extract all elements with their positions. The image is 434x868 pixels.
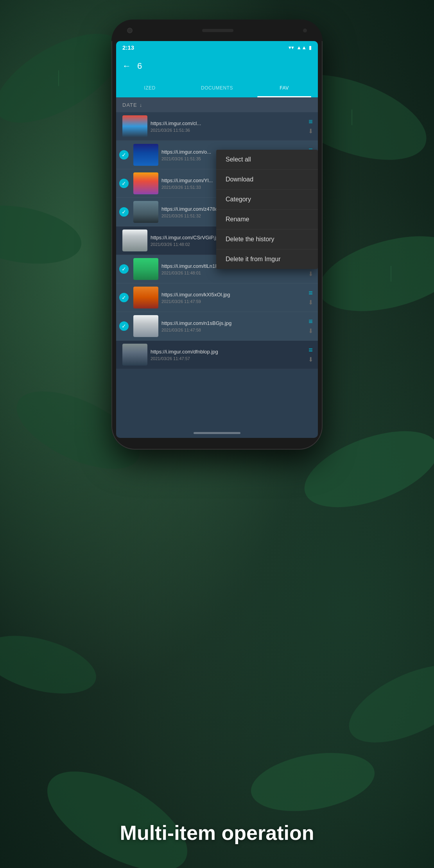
check-circle: ✓ bbox=[119, 264, 129, 274]
thumbnail-image bbox=[133, 315, 158, 337]
signal-icon: ▲▲ bbox=[296, 45, 307, 50]
file-thumbnail bbox=[122, 344, 147, 366]
file-thumbnail bbox=[122, 230, 147, 251]
sort-arrow: ↓ bbox=[140, 102, 143, 108]
thumbnail-image bbox=[122, 344, 147, 366]
menu-item-rename[interactable]: Rename bbox=[216, 210, 318, 230]
menu-item-delete-imgur[interactable]: Delete it from Imgur bbox=[216, 249, 318, 269]
checkmark-icon: ✓ bbox=[122, 266, 126, 272]
menu-icon[interactable]: ≡ bbox=[308, 317, 313, 326]
menu-item-delete-history[interactable]: Delete the history bbox=[216, 230, 318, 249]
phone-top-bar bbox=[111, 20, 323, 41]
svg-point-9 bbox=[246, 744, 379, 820]
svg-point-2 bbox=[0, 197, 86, 272]
tab-categorized[interactable]: IZED bbox=[116, 79, 183, 97]
file-item[interactable]: https://i.imgur.com/bbECEVA.jpg 2021/03/… bbox=[116, 369, 318, 370]
check-circle: ✓ bbox=[119, 179, 129, 188]
phone-sensor bbox=[303, 29, 307, 32]
file-actions: ≡ ⬇ bbox=[308, 317, 313, 335]
thumbnail-image bbox=[133, 287, 158, 308]
app-header: ← 6 bbox=[116, 54, 318, 79]
bottom-caption: Multi-item operation bbox=[0, 821, 434, 845]
status-time: 2:13 bbox=[122, 44, 134, 51]
menu-icon[interactable]: ≡ bbox=[308, 289, 313, 297]
file-info: https://i.imgur.com/kXI5xOl.jpg 2021/03/… bbox=[158, 292, 308, 304]
file-actions: ≡ ⬇ bbox=[308, 118, 313, 135]
tab-bar: IZED DOCUMENTS FAV bbox=[116, 79, 318, 97]
status-icons: ▾▾ ▲▲ ▮ bbox=[289, 45, 312, 50]
checkmark-icon: ✓ bbox=[122, 209, 126, 215]
battery-icon: ▮ bbox=[309, 45, 312, 50]
file-url: https://i.imgur.com/n1sBGjs.jpg bbox=[161, 320, 305, 326]
sort-button[interactable]: DATE ↓ bbox=[122, 102, 142, 108]
file-thumbnail bbox=[122, 115, 147, 137]
file-item[interactable]: https://i.imgur.com/dfnblop.jpg 2021/03/… bbox=[116, 341, 318, 369]
menu-item-select-all[interactable]: Select all bbox=[216, 150, 318, 170]
download-icon[interactable]: ⬇ bbox=[308, 299, 313, 306]
status-bar: 2:13 ▾▾ ▲▲ ▮ bbox=[116, 41, 318, 54]
menu-item-download[interactable]: Download bbox=[216, 170, 318, 190]
file-url: https://i.imgur.com/dfnblop.jpg bbox=[151, 349, 305, 355]
file-item[interactable]: https://i.imgur.com/cl... 2021/03/26 11:… bbox=[116, 112, 318, 141]
file-date: 2021/03/26 11:47:58 bbox=[161, 328, 305, 332]
file-item[interactable]: ✓ https://i.imgur.com/n1sBGjs.jpg 2021/0… bbox=[116, 312, 318, 341]
check-circle: ✓ bbox=[119, 321, 129, 331]
svg-point-3 bbox=[310, 222, 434, 325]
checkmark-icon: ✓ bbox=[122, 295, 126, 300]
selection-count: 6 bbox=[137, 61, 142, 71]
file-url: https://i.imgur.com/cl... bbox=[151, 120, 305, 126]
file-actions: ≡ ⬇ bbox=[308, 346, 313, 363]
svg-point-7 bbox=[338, 649, 434, 759]
phone-frame: 2:13 ▾▾ ▲▲ ▮ ← 6 IZED DOCUMENTS FAV bbox=[111, 20, 323, 450]
check-circle: ✓ bbox=[119, 150, 129, 160]
home-indicator bbox=[194, 432, 240, 434]
file-thumbnail bbox=[133, 287, 158, 308]
svg-point-8 bbox=[32, 751, 203, 868]
thumbnail-image bbox=[133, 144, 158, 166]
file-info: https://i.imgur.com/dfnblop.jpg 2021/03/… bbox=[147, 349, 308, 361]
svg-point-6 bbox=[0, 625, 102, 704]
caption-text: Multi-item operation bbox=[120, 821, 314, 844]
file-thumbnail bbox=[133, 144, 158, 166]
thumbnail-image bbox=[133, 172, 158, 194]
file-item[interactable]: ✓ https://i.imgur.com/kXI5xOl.jpg 2021/0… bbox=[116, 283, 318, 312]
back-button[interactable]: ← bbox=[122, 61, 131, 71]
file-thumbnail bbox=[133, 201, 158, 223]
file-info: https://i.imgur.com/n1sBGjs.jpg 2021/03/… bbox=[158, 320, 308, 332]
thumbnail-image bbox=[133, 258, 158, 280]
check-circle: ✓ bbox=[119, 207, 129, 217]
sort-label: DATE bbox=[122, 102, 137, 108]
checkmark-icon: ✓ bbox=[122, 181, 126, 186]
check-circle: ✓ bbox=[119, 293, 129, 302]
dropdown-menu: Select all Download Category Rename Dele… bbox=[216, 150, 318, 269]
phone-screen: 2:13 ▾▾ ▲▲ ▮ ← 6 IZED DOCUMENTS FAV bbox=[116, 41, 318, 438]
thumbnail-image bbox=[122, 230, 147, 251]
checkmark-icon: ✓ bbox=[122, 152, 126, 158]
download-icon[interactable]: ⬇ bbox=[308, 356, 313, 363]
download-icon[interactable]: ⬇ bbox=[308, 327, 313, 335]
phone-speaker bbox=[202, 29, 233, 32]
file-info: https://i.imgur.com/cl... 2021/03/26 11:… bbox=[147, 120, 308, 133]
thumbnail-image bbox=[122, 115, 147, 137]
tab-documents[interactable]: DOCUMENTS bbox=[183, 79, 251, 97]
file-date: 2021/03/26 11:51:36 bbox=[151, 128, 305, 133]
file-actions: ≡ ⬇ bbox=[308, 289, 313, 306]
thumbnail-image bbox=[133, 201, 158, 223]
file-thumbnail bbox=[133, 315, 158, 337]
file-thumbnail bbox=[133, 258, 158, 280]
menu-icon[interactable]: ≡ bbox=[308, 346, 313, 354]
download-icon[interactable]: ⬇ bbox=[308, 270, 313, 278]
download-icon[interactable]: ⬇ bbox=[308, 127, 313, 135]
wifi-icon: ▾▾ bbox=[289, 45, 294, 50]
sort-bar: DATE ↓ bbox=[116, 97, 318, 112]
file-date: 2021/03/26 11:47:57 bbox=[151, 356, 305, 361]
file-date: 2021/03/26 11:48:01 bbox=[161, 271, 305, 275]
menu-icon[interactable]: ≡ bbox=[308, 118, 313, 126]
tab-favorites[interactable]: FAV bbox=[251, 79, 318, 97]
menu-item-category[interactable]: Category bbox=[216, 190, 318, 210]
checkmark-icon: ✓ bbox=[122, 323, 126, 329]
file-date: 2021/03/26 11:47:59 bbox=[161, 299, 305, 304]
file-list-container: https://i.imgur.com/cl... 2021/03/26 11:… bbox=[116, 112, 318, 370]
front-camera bbox=[127, 28, 133, 33]
file-thumbnail bbox=[133, 172, 158, 194]
